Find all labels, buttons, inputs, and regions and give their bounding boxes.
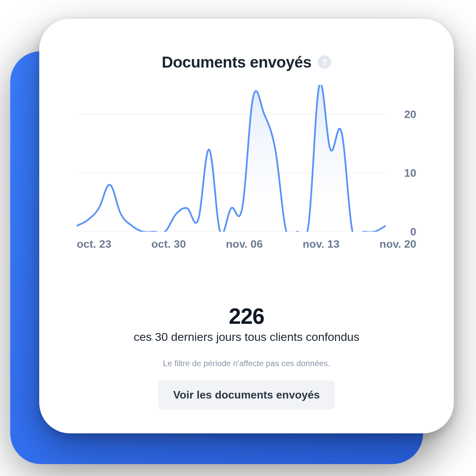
chart-plot-area	[77, 85, 386, 232]
view-documents-button[interactable]: Voir les documents envoyés	[158, 380, 335, 409]
chart-x-tick: oct. 30	[152, 238, 186, 250]
documents-sent-card: Documents envoyés ?	[39, 19, 454, 433]
help-icon[interactable]: ?	[318, 55, 331, 69]
chart-x-tick: oct. 23	[77, 238, 111, 250]
summary: 226 ces 30 derniers jours tous clients c…	[134, 304, 359, 409]
summary-note: Le filtre de période n'affecte pas ces d…	[134, 359, 359, 368]
chart-y-tick: 20	[404, 108, 416, 121]
chart-y-axis: 01020	[386, 85, 416, 232]
chart-x-tick: nov. 13	[303, 238, 340, 250]
chart-y-tick: 0	[410, 226, 416, 238]
chart-svg	[77, 85, 386, 232]
chart-x-tick: nov. 20	[379, 238, 416, 250]
chart-x-tick: nov. 06	[226, 238, 263, 250]
summary-value: 226	[134, 304, 359, 328]
chart: 01020 oct. 23oct. 30nov. 06nov. 13nov. 2…	[63, 85, 430, 291]
chart-x-axis: oct. 23oct. 30nov. 06nov. 13nov. 20	[77, 232, 416, 250]
summary-subtitle: ces 30 derniers jours tous clients confo…	[134, 330, 359, 344]
card-header: Documents envoyés ?	[162, 53, 331, 71]
chart-y-tick: 10	[404, 167, 416, 179]
card-title: Documents envoyés	[162, 53, 312, 71]
